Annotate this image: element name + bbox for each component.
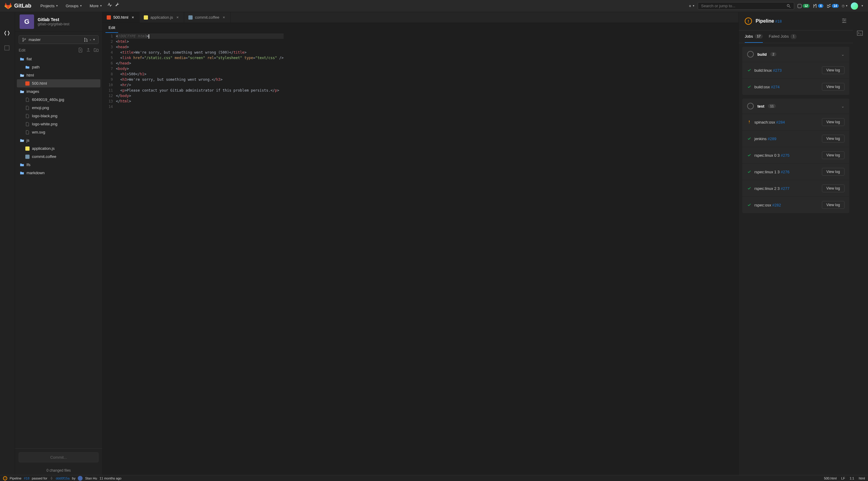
job-id-link[interactable]: #284 xyxy=(776,120,785,125)
editor-tabs: 500.html×application.js×commit.coffee× xyxy=(102,12,738,23)
tree-item-wm-svg[interactable]: wm.svg xyxy=(17,128,100,136)
merge-requests-badge[interactable]: 4 xyxy=(812,4,824,8)
pipeline-status-warning-icon: ! xyxy=(745,18,752,25)
close-icon[interactable]: × xyxy=(131,15,135,20)
close-icon[interactable]: × xyxy=(222,15,226,20)
svg-point-10 xyxy=(87,41,87,41)
stage-header[interactable]: test11⌄ xyxy=(742,99,849,114)
status-filename: 500.html xyxy=(824,477,837,480)
gitlab-logo[interactable]: GitLab xyxy=(4,2,31,10)
branch-selector[interactable]: master - ▼ xyxy=(19,35,98,44)
stage-status-icon xyxy=(747,103,754,109)
search-input[interactable] xyxy=(698,2,794,10)
nav-more[interactable]: More▼ xyxy=(87,2,105,10)
job-id-link[interactable]: #275 xyxy=(781,153,789,158)
status-pipeline-icon: ! xyxy=(3,476,7,480)
editor-mode-tab[interactable]: Edit xyxy=(105,23,118,33)
job-row: rspec:linux 1 3 #276View log xyxy=(742,163,849,180)
new-file-icon[interactable] xyxy=(78,47,83,53)
issue-icon xyxy=(797,4,802,8)
todos-badge[interactable]: 14 xyxy=(827,4,839,8)
upload-icon[interactable] xyxy=(86,47,91,53)
tab-500-html[interactable]: 500.html× xyxy=(102,12,140,23)
svg-text:?: ? xyxy=(843,5,844,7)
view-log-button[interactable]: View log xyxy=(822,201,844,209)
tree-item-emoji-png[interactable]: emoji.png xyxy=(17,104,100,112)
tree-item-logo-black-png[interactable]: logo-black.png xyxy=(17,112,100,120)
job-row: jenkins #289View log xyxy=(742,130,849,147)
commit-icon xyxy=(50,477,53,480)
tree-item-commit-coffee[interactable]: commit.coffee xyxy=(17,153,100,161)
job-id-link[interactable]: #282 xyxy=(772,203,781,207)
tree-item-js[interactable]: js xyxy=(17,136,100,145)
merge-icon xyxy=(812,4,817,8)
job-id-link[interactable]: #274 xyxy=(771,85,780,89)
stage-header[interactable]: build2⌄ xyxy=(742,47,849,62)
status-pipeline-id[interactable]: #18 xyxy=(24,477,29,480)
view-log-button[interactable]: View log xyxy=(822,185,844,192)
branch-name: master xyxy=(29,37,41,42)
user-menu-caret[interactable]: ▼ xyxy=(861,4,864,7)
status-line-ending[interactable]: LF xyxy=(841,477,845,480)
code-editor[interactable]: 1234567891011121314 <!DOCTYPE html><html… xyxy=(102,33,738,475)
activity-review-icon[interactable] xyxy=(4,45,11,52)
svg-point-5 xyxy=(23,38,24,39)
status-commit-sha[interactable]: ddd0f15a xyxy=(56,477,70,480)
status-language[interactable]: html xyxy=(859,477,865,480)
chevron-down-icon: ⌄ xyxy=(841,52,844,57)
nav-groups[interactable]: Groups▼ xyxy=(63,2,85,10)
tree-item-logo-white-png[interactable]: logo-white.png xyxy=(17,120,100,128)
search-field[interactable] xyxy=(701,4,786,8)
view-log-button[interactable]: View log xyxy=(822,66,844,74)
close-icon[interactable]: × xyxy=(176,15,180,20)
nav-projects[interactable]: Projects▼ xyxy=(37,2,61,10)
job-row: build:linux #273View log xyxy=(742,62,849,78)
view-log-button[interactable]: View log xyxy=(822,83,844,91)
tab-jobs[interactable]: Jobs 17 xyxy=(745,30,763,43)
status-cursor-pos[interactable]: 1:1 xyxy=(849,477,854,480)
view-log-button[interactable]: View log xyxy=(822,118,844,126)
commit-button[interactable]: Commit... xyxy=(19,452,98,462)
job-id-link[interactable]: #273 xyxy=(773,68,781,73)
file-sidebar: G Gitlab Test gitlab-org/gitlab-test mas… xyxy=(15,12,102,475)
view-log-button[interactable]: View log xyxy=(822,151,844,159)
tree-item-images[interactable]: images xyxy=(17,87,100,96)
tab-application-js[interactable]: application.js× xyxy=(140,12,184,23)
tree-item-6049019_460s-jpg[interactable]: 6049019_460s.jpg xyxy=(17,96,100,104)
tree-item-path[interactable]: path xyxy=(17,63,100,71)
user-avatar[interactable] xyxy=(851,2,858,10)
job-id-link[interactable]: #276 xyxy=(781,170,789,174)
help-icon[interactable]: ?▼ xyxy=(842,3,848,9)
terminal-icon[interactable] xyxy=(857,30,864,37)
plus-icon[interactable]: ▼ xyxy=(689,3,695,9)
tree-item-lfs[interactable]: lfs xyxy=(17,161,100,169)
issues-badge[interactable]: 12 xyxy=(797,4,809,8)
job-row: spinach:osx #284View log xyxy=(742,114,849,130)
job-id-link[interactable]: #277 xyxy=(781,186,789,191)
activity-icon[interactable] xyxy=(107,2,113,8)
code-content[interactable]: <!DOCTYPE html><html><head> <title>We're… xyxy=(116,33,283,475)
project-header: G Gitlab Test gitlab-org/gitlab-test xyxy=(15,12,102,32)
tree-item-application-js[interactable]: application.js xyxy=(17,145,100,153)
pipeline-id-link[interactable]: #18 xyxy=(775,19,782,24)
view-log-button[interactable]: View log xyxy=(822,135,844,142)
tree-item-markdown[interactable]: markdown xyxy=(17,169,100,177)
tab-commit-coffee[interactable]: commit.coffee× xyxy=(184,12,230,23)
top-navigation: GitLab Projects▼ Groups▼ More▼ ▼ 12 4 14… xyxy=(0,0,868,12)
new-folder-icon[interactable] xyxy=(94,47,98,53)
job-id-link[interactable]: #289 xyxy=(768,136,776,141)
tree-item-html[interactable]: html xyxy=(17,71,100,79)
svg-rect-4 xyxy=(4,46,9,50)
svg-point-6 xyxy=(23,40,24,41)
activity-edit-icon[interactable] xyxy=(4,30,11,37)
tab-failed-jobs[interactable]: Failed Jobs 1 xyxy=(769,30,797,43)
pipeline-title: Pipeline xyxy=(755,19,774,24)
pipeline-settings-icon[interactable] xyxy=(841,18,847,24)
view-log-button[interactable]: View log xyxy=(822,168,844,176)
author-avatar xyxy=(78,476,83,481)
project-name: Gitlab Test xyxy=(38,17,69,22)
wrench-icon[interactable] xyxy=(114,2,120,8)
project-path: gitlab-org/gitlab-test xyxy=(38,22,69,26)
tree-item-flat[interactable]: flat xyxy=(17,55,100,63)
tree-item-500-html[interactable]: 500.html xyxy=(17,79,100,87)
